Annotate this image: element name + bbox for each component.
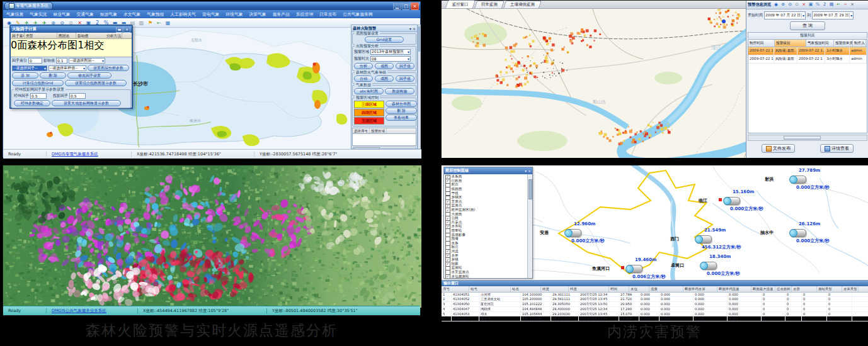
- column-header[interactable]: 经度: [541, 286, 569, 292]
- weather-data-button[interactable]: 数据检验: [385, 88, 414, 94]
- close-icon[interactable]: ×: [528, 169, 531, 173]
- zoom-out-icon[interactable]: ⊖: [787, 2, 793, 8]
- add-factor-button[interactable]: 添 加: [12, 72, 38, 79]
- level-button[interactable]: 因子值: [396, 75, 414, 82]
- query-button[interactable]: 查 询: [790, 21, 825, 30]
- maximize-button[interactable]: □: [402, 3, 410, 10]
- delete-factor-button[interactable]: 删 除: [40, 72, 66, 79]
- set-datum-grid-button[interactable]: 设置大地坐标网格显示参数: [52, 100, 121, 106]
- factor-table-body[interactable]: 0面森林分布图1相交: [11, 39, 132, 57]
- vertical-scrollbar[interactable]: [527, 174, 532, 278]
- station-data-row[interactable]: 641304054唐家坝105.11000029.2100002007/7/25…: [442, 316, 868, 321]
- level-button[interactable]: 成图: [375, 75, 394, 82]
- menu-item[interactable]: 公共气象服务网: [340, 11, 376, 18]
- dialog-close-button[interactable]: ×: [123, 26, 130, 33]
- satellite-imagery[interactable]: [3, 165, 421, 308]
- layers-icon[interactable]: ▤: [828, 2, 835, 8]
- column-header[interactable]: 测站类型: [817, 286, 842, 292]
- remove-icon[interactable]: −: [842, 2, 848, 8]
- column-header[interactable]: 时间: [609, 286, 629, 292]
- station-data-row[interactable]: 541304053邓关105.10544429.2030302007/7/25 …: [442, 312, 868, 317]
- back-icon[interactable]: ←: [835, 2, 842, 8]
- column-header[interactable]: 序号: [442, 286, 469, 292]
- image-icon[interactable]: ▦: [164, 20, 171, 26]
- publish-button[interactable]: 文件发布: [762, 144, 795, 153]
- zone-action-button[interactable]: 查看结果: [385, 114, 417, 121]
- warning-area-select[interactable]: 2013年森林预警区▾: [370, 49, 411, 55]
- zone-action-button[interactable]: 森林分布图: [385, 101, 417, 107]
- column-header[interactable]: 预警级别: [775, 40, 806, 47]
- menu-item[interactable]: 日常发布: [316, 11, 340, 18]
- column-header[interactable]: 水势: [792, 286, 817, 292]
- layer-select[interactable]: --请选择图层--▾: [69, 58, 105, 64]
- collapse-icon[interactable]: ▾: [525, 169, 527, 173]
- pin-icon[interactable]: ⚑: [147, 20, 154, 26]
- pan-icon[interactable]: ⊙: [794, 2, 800, 8]
- scan-icon[interactable]: ▥: [138, 20, 145, 26]
- column-header[interactable]: 因子索引: [11, 33, 25, 38]
- warning-row[interactable]: 2009-07-22 1风险级:暴雨2009-07-22 13小时降水admin: [748, 55, 867, 64]
- column-header[interactable]: 水体类型: [842, 286, 859, 292]
- station-data-row[interactable]: 441304047鸿鹤坝104.48484829.4000002007/7/25…: [442, 307, 868, 312]
- lat-factor-input[interactable]: 0.5: [30, 93, 47, 99]
- system-link[interactable]: DMGIS公共气象服务业务系统: [47, 308, 138, 314]
- calc-grid-button[interactable]: 计算综合指数Grid: [12, 80, 64, 86]
- menu-item[interactable]: 交通气象: [74, 11, 97, 18]
- warning-time-select[interactable]: 08▾: [370, 56, 411, 62]
- menu-item[interactable]: 人工影响天气: [167, 11, 199, 18]
- map-tab[interactable]: 监控窗口: [445, 0, 476, 8]
- pin-icon[interactable]: ▾: [409, 26, 411, 31]
- impact-input[interactable]: 0.1: [56, 58, 67, 64]
- end-date-picker[interactable]: 2009 年 07 月 29 日▾: [812, 11, 854, 20]
- menu-item[interactable]: 决策气象: [246, 11, 269, 18]
- globe-icon[interactable]: ◉: [773, 2, 779, 8]
- dialog-titlebar[interactable]: 火险因子计算 ▬ ×: [11, 26, 132, 33]
- close-icon[interactable]: ×: [413, 26, 416, 31]
- column-header[interactable]: 预警雨量类型: [834, 40, 853, 47]
- menu-item[interactable]: 气象信息: [3, 11, 26, 18]
- menu-item[interactable]: 林业气象: [50, 11, 73, 18]
- column-header[interactable]: 影响值: [76, 33, 105, 38]
- station-data-row[interactable]: 141304051小河坝104.10000029.3011112007/7/25…: [442, 293, 868, 298]
- layer-checkbox[interactable]: ✓: [445, 274, 450, 278]
- column-header[interactable]: 断面平均水深: [683, 286, 717, 292]
- detail-button[interactable]: 详情查看: [820, 144, 854, 153]
- scale-percent-icon[interactable]: %: [814, 2, 821, 8]
- set-grid-display-button[interactable]: 设置综合指数图显示参数: [65, 80, 127, 86]
- station-data-row[interactable]: 241304052三皇庙水文站105.20000029.5611112007/7…: [442, 297, 868, 302]
- menu-item[interactable]: 气象实况: [26, 11, 50, 18]
- level-button[interactable]: 自动: [354, 75, 373, 82]
- analysis-button[interactable]: 成图: [375, 63, 394, 69]
- column-header[interactable]: 流量: [649, 286, 683, 292]
- view2-icon[interactable]: 2: [821, 2, 828, 8]
- column-header[interactable]: 站名: [511, 286, 541, 292]
- menu-item[interactable]: 旅游气象: [97, 11, 120, 18]
- menu-item[interactable]: 气象预报: [144, 11, 167, 18]
- list-column-header[interactable]: 预警区域: [370, 128, 387, 133]
- set-layer-params-button[interactable]: 设置图层分析参数: [88, 65, 129, 71]
- column-header[interactable]: 过水面积: [775, 286, 792, 292]
- column-header[interactable]: 水位: [629, 286, 649, 292]
- map-tab[interactable]: 日常监测: [474, 1, 505, 8]
- analysis-button[interactable]: 因子值: [396, 63, 414, 69]
- menu-item[interactable]: 雷电气象: [199, 11, 222, 18]
- warning-row[interactable]: 2009-07-22 1...风险级:暴雨...2009-07-22 1...1…: [748, 47, 867, 55]
- stop-icon[interactable]: ×: [801, 2, 807, 8]
- close-button[interactable]: ×: [411, 3, 419, 10]
- column-header[interactable]: 制作人: [853, 40, 866, 47]
- menu-item[interactable]: 系统管理: [293, 11, 316, 18]
- weather-data-button[interactable]: abc实时图: [354, 88, 384, 94]
- minimize-button[interactable]: ▁: [393, 3, 401, 10]
- layer-item[interactable]: ✓水位观测站: [445, 274, 528, 278]
- factor-index-input[interactable]: 0: [28, 58, 42, 64]
- menu-item[interactable]: 服务产品: [270, 11, 293, 18]
- horizontal-scrollbar[interactable]: [748, 135, 867, 141]
- modify-factor-button[interactable]: 修改因子设置: [67, 72, 111, 79]
- close-icon[interactable]: ×: [849, 2, 855, 8]
- confirm-params-button[interactable]: 经纬参数确定: [14, 100, 50, 106]
- menu-item[interactable]: 环境气象: [222, 11, 246, 18]
- zoom-in-icon[interactable]: ⊕: [780, 2, 786, 8]
- map-tab[interactable]: 土壤墒情监测: [503, 1, 542, 8]
- grid-setting-button[interactable]: Grid设置: [365, 36, 404, 43]
- zone-action-button[interactable]: 删 除: [385, 108, 417, 114]
